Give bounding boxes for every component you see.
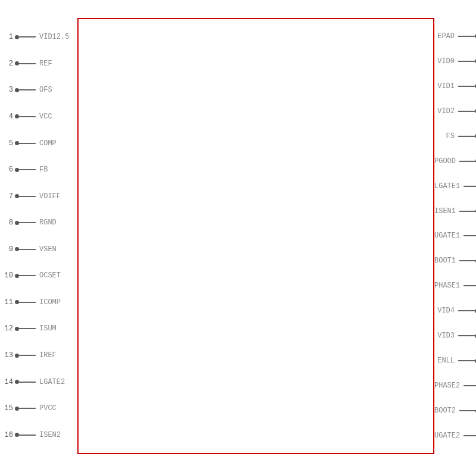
pin-label: FS bbox=[446, 132, 455, 140]
pin-label: COMP bbox=[39, 139, 57, 148]
pin-right-22: VID4 22 bbox=[434, 304, 476, 317]
pin-num: 5 bbox=[0, 139, 13, 148]
pin-label: UGATE1 bbox=[434, 232, 460, 240]
pin-line bbox=[19, 275, 36, 276]
pin-label: VID0 bbox=[437, 57, 455, 65]
pin-right-23: PHASE1 23 bbox=[434, 279, 476, 292]
pin-line bbox=[19, 222, 36, 223]
pin-dot bbox=[15, 194, 19, 198]
pin-label: ISUM bbox=[39, 324, 57, 333]
pins-left: 1 VID12.5 2 REF 3 OFS 4 VCC 5 COMP 6 bbox=[0, 18, 77, 454]
pin-right-28: PGOOD 28 bbox=[434, 155, 476, 168]
pin-line bbox=[19, 143, 36, 144]
pin-label: BOOT1 bbox=[434, 257, 456, 265]
pin-label: VID1 bbox=[437, 82, 455, 90]
pin-dot bbox=[15, 354, 19, 358]
pin-line bbox=[464, 285, 476, 286]
pin-line bbox=[458, 36, 475, 37]
pin-num: 15 bbox=[0, 404, 13, 412]
pin-label: EPAD bbox=[437, 32, 455, 40]
ic-container: 1 VID12.5 2 REF 3 OFS 4 VCC 5 COMP 6 bbox=[77, 18, 434, 454]
pin-label: VCC bbox=[39, 112, 52, 121]
pin-dot bbox=[15, 407, 19, 411]
pin-label: ISEN2 bbox=[39, 431, 61, 439]
pin-label: PGOOD bbox=[434, 157, 456, 165]
pin-line bbox=[458, 335, 475, 336]
pin-right-18: BOOT2 18 bbox=[434, 404, 476, 417]
pin-label: VID3 bbox=[437, 332, 455, 340]
pin-dot bbox=[15, 327, 19, 331]
pin-dot bbox=[15, 61, 19, 65]
pin-num: 11 bbox=[0, 298, 13, 307]
pins-right: EPAD 33 VID0 32 VID1 31 VID2 30 FS 29 PG… bbox=[434, 18, 476, 454]
pin-left-11: 11 ICOMP bbox=[0, 296, 77, 309]
pin-line bbox=[464, 235, 476, 236]
pin-num: 12 bbox=[0, 324, 13, 333]
pin-right-29: FS 29 bbox=[434, 130, 476, 143]
pin-num: 7 bbox=[0, 192, 13, 201]
pin-left-14: 14 LGATE2 bbox=[0, 376, 77, 389]
pin-dot bbox=[15, 168, 19, 172]
pin-line bbox=[19, 36, 36, 37]
pin-label: PVCC bbox=[39, 404, 57, 412]
pin-line bbox=[19, 355, 36, 356]
pin-left-15: 15 PVCC bbox=[0, 402, 77, 415]
pin-num: 2 bbox=[0, 60, 13, 68]
pin-label: ICOMP bbox=[39, 298, 61, 307]
pin-dot bbox=[15, 300, 19, 304]
pin-left-6: 6 FB bbox=[0, 163, 77, 176]
pin-right-24: BOOT1 24 bbox=[434, 254, 476, 267]
pin-dot bbox=[15, 380, 19, 384]
pin-label: UGATE2 bbox=[434, 432, 460, 440]
pin-label: VID2 bbox=[437, 107, 455, 115]
pin-label: RGND bbox=[39, 218, 57, 227]
pin-num: 13 bbox=[0, 351, 13, 360]
pin-line bbox=[464, 435, 476, 436]
pin-line bbox=[19, 169, 36, 170]
pin-right-26: ISEN1 26 bbox=[434, 205, 476, 218]
pin-left-9: 9 VSEN bbox=[0, 243, 77, 256]
pin-right-32: VID0 32 bbox=[434, 55, 476, 68]
pin-right-19: PHASE2 19 bbox=[434, 379, 476, 392]
pin-dot bbox=[15, 433, 19, 437]
pin-right-17: UGATE2 17 bbox=[434, 429, 476, 442]
pin-num: 10 bbox=[0, 271, 13, 280]
pin-line bbox=[459, 260, 475, 261]
pin-left-8: 8 RGND bbox=[0, 216, 77, 229]
pin-label: LGATE1 bbox=[434, 182, 460, 190]
pin-label: VDIFF bbox=[39, 192, 61, 201]
pin-label: ISEN1 bbox=[434, 207, 456, 215]
pin-line bbox=[19, 408, 36, 409]
pin-line bbox=[458, 111, 475, 112]
pin-left-3: 3 OFS bbox=[0, 83, 77, 96]
pin-num: 1 bbox=[0, 33, 13, 41]
pin-label: OCSET bbox=[39, 271, 61, 280]
pin-line bbox=[458, 136, 475, 137]
pin-num: 8 bbox=[0, 218, 13, 227]
pin-label: ENLL bbox=[437, 357, 455, 365]
pin-right-33: EPAD 33 bbox=[434, 30, 476, 43]
pin-right-27: LGATE1 27 bbox=[434, 180, 476, 193]
pin-right-30: VID2 30 bbox=[434, 105, 476, 118]
pin-dot bbox=[15, 114, 19, 118]
pin-line bbox=[19, 302, 36, 303]
pin-left-13: 13 IREF bbox=[0, 349, 77, 362]
pin-line bbox=[459, 161, 475, 162]
pin-num: 3 bbox=[0, 86, 13, 94]
pin-line bbox=[459, 211, 475, 212]
pin-line bbox=[458, 86, 475, 87]
pin-line bbox=[19, 435, 36, 436]
pin-label: VID4 bbox=[437, 307, 455, 315]
pin-line bbox=[19, 89, 36, 90]
pin-line bbox=[459, 410, 475, 411]
pin-left-2: 2 REF bbox=[0, 57, 77, 70]
pin-right-31: VID1 31 bbox=[434, 80, 476, 93]
pin-line bbox=[19, 63, 36, 64]
pin-num: 9 bbox=[0, 245, 13, 254]
pin-right-21: VID3 21 bbox=[434, 329, 476, 342]
pin-left-4: 4 VCC bbox=[0, 110, 77, 123]
pin-left-16: 16 ISEN2 bbox=[0, 429, 77, 442]
pin-label: BOOT2 bbox=[434, 407, 456, 415]
pin-left-1: 1 VID12.5 bbox=[0, 30, 77, 43]
pin-num: 16 bbox=[0, 431, 13, 439]
